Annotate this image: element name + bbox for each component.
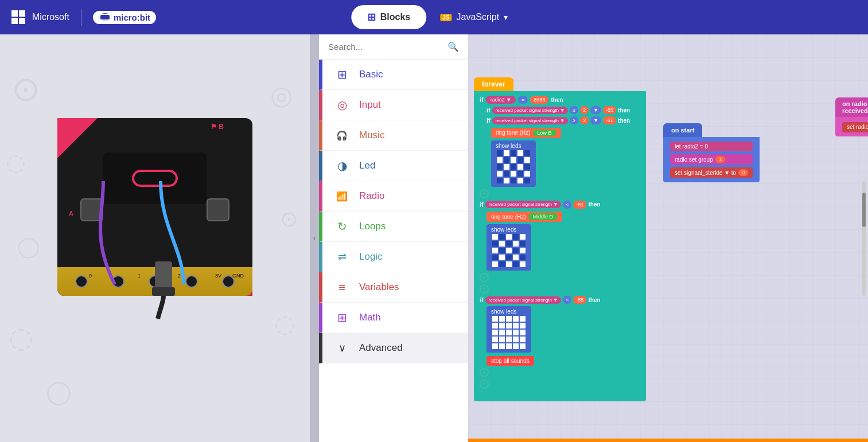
- led-cell: [517, 171, 523, 177]
- bg-icon-7: ◌: [274, 310, 295, 338]
- sidebar-item-loops[interactable]: ↻ Loops: [319, 212, 468, 242]
- led-cell: [497, 157, 503, 163]
- received-packet-pill-1[interactable]: received packet signal strength ▼: [492, 107, 568, 114]
- set-radio2-block[interactable]: set radio2 ▼ to value: [842, 122, 868, 132]
- bg-icon-5: ◎: [270, 80, 293, 111]
- sidebar-item-variables[interactable]: ≡ Variables: [319, 272, 468, 303]
- bg-icon-2: ◌: [6, 149, 26, 175]
- svg-rect-0: [155, 261, 172, 290]
- loops-label: Loops: [359, 221, 386, 232]
- stop-all-sounds-block[interactable]: stop all sounds: [486, 356, 534, 366]
- sidebar-item-led[interactable]: ◑ Led: [319, 151, 468, 181]
- plus-button-5[interactable]: +: [480, 380, 489, 389]
- let-block[interactable]: let radio2 = 0: [670, 142, 753, 151]
- val-2[interactable]: 2: [580, 106, 589, 114]
- if-row-2: if received packet signal strength ▼ ≥ 2…: [480, 105, 640, 115]
- lt-op-2[interactable]: <: [563, 296, 571, 304]
- eq-op[interactable]: =: [518, 96, 528, 104]
- led-cell: [504, 171, 509, 177]
- sidebar-item-math[interactable]: ⊞ Math: [319, 303, 468, 333]
- variables-label: Variables: [359, 281, 399, 293]
- led-cell: [497, 178, 503, 183]
- then-4: then: [588, 201, 600, 208]
- main-container: ⊙ ◌ ◯ ◌ ◎ ⊙ ◌ ◯ ⚑ B A: [0, 34, 868, 442]
- received-packet-pill-3[interactable]: received packet signal strength ▼: [485, 201, 561, 208]
- sidebar-item-advanced[interactable]: ∨ Advanced: [319, 333, 468, 363]
- show-leds-block-3[interactable]: show leds: [486, 306, 531, 353]
- plus-button-2[interactable]: +: [480, 273, 489, 282]
- gt-op-2[interactable]: ▼: [590, 116, 601, 124]
- led-cell: [513, 330, 519, 335]
- gte-op[interactable]: ≥: [570, 106, 578, 114]
- js-badge: JS: [440, 14, 451, 21]
- on-radio-received-body: set radio2 ▼ to value: [835, 117, 868, 136]
- low-b-val[interactable]: Low B: [533, 130, 556, 136]
- received-packet-pill-4[interactable]: received packet signal strength ▼: [485, 296, 561, 304]
- sidebar-item-radio[interactable]: 📶 Radio: [319, 181, 468, 212]
- show-leds-block-1[interactable]: show leds: [491, 140, 536, 187]
- led-cell: [492, 241, 498, 247]
- microbit-text: micro:bit: [114, 13, 150, 22]
- received-packet-pill-2[interactable]: received packet signal strength ▼: [492, 117, 568, 124]
- search-input[interactable]: [328, 42, 443, 52]
- plus-button-3[interactable]: +: [480, 284, 489, 294]
- led-cell: [506, 255, 512, 260]
- led-cell: [504, 164, 509, 170]
- ring-tone-block-2[interactable]: ring tone (Hz) Middle D: [486, 212, 562, 222]
- bg-icon-6: ⊙: [280, 206, 298, 232]
- gt-op[interactable]: ▼: [590, 106, 601, 114]
- javascript-button[interactable]: JS JavaScript ▾: [431, 6, 517, 28]
- led-cell: [497, 171, 503, 177]
- group-num[interactable]: 1: [715, 156, 725, 163]
- radio2-pill[interactable]: radio2 ▼: [486, 96, 516, 104]
- val-neg51[interactable]: -51: [603, 116, 616, 124]
- on-radio-received-label: on radio received: [842, 100, 868, 114]
- logic-label: Logic: [359, 251, 383, 263]
- middle-d-val[interactable]: Middle D: [528, 213, 558, 220]
- led-cell: [506, 248, 512, 253]
- led-cell: [511, 178, 516, 183]
- bg-icon-3: ◯: [17, 235, 40, 258]
- signaal-val[interactable]: 0: [738, 169, 748, 176]
- sidebar-item-music[interactable]: 🎧 Music: [319, 120, 468, 151]
- val-neg51b[interactable]: -51: [573, 201, 586, 209]
- show-leds-block-2[interactable]: show leds: [486, 224, 531, 271]
- set-signaal-block[interactable]: set signaal_sterkte ▼ to 0: [670, 167, 753, 178]
- val-8888[interactable]: 8888: [530, 96, 548, 104]
- advanced-icon: ∨: [334, 340, 350, 356]
- plus-button-1[interactable]: +: [480, 189, 489, 198]
- forever-header-block[interactable]: forever: [474, 77, 513, 91]
- forever-block-container: forever if radio2 ▼ = 8888 then if recei…: [474, 77, 646, 401]
- let-label: let radio2 = 0: [675, 143, 708, 150]
- led-cell: [506, 323, 512, 328]
- plus-row-5: +: [480, 378, 640, 390]
- val-neg55-1[interactable]: -55: [603, 106, 616, 114]
- trailing-bar: [480, 390, 608, 396]
- workspace: forever if radio2 ▼ = 8888 then if recei…: [468, 34, 868, 442]
- ring-tone-block-1[interactable]: ring tone (Hz) Low B: [491, 128, 561, 138]
- led-label: Led: [359, 160, 375, 171]
- led-cell: [511, 157, 516, 163]
- then-1: then: [551, 97, 563, 103]
- gte-op-2[interactable]: ≥: [570, 116, 578, 124]
- collapse-button[interactable]: ‹: [310, 34, 319, 442]
- search-bar: 🔍: [319, 34, 468, 60]
- led-cell: [506, 241, 512, 247]
- on-radio-received-header[interactable]: on radio received name value: [835, 97, 868, 117]
- blocks-button[interactable]: ⊞ Blocks: [351, 5, 426, 29]
- on-start-header[interactable]: on start: [663, 123, 702, 137]
- chevron-down-icon: ▾: [504, 13, 508, 22]
- workspace-scrollbar[interactable]: [862, 181, 866, 296]
- val-neg55b[interactable]: -55: [573, 296, 586, 304]
- sidebar-item-input[interactable]: ◎ Input: [319, 90, 468, 120]
- radio-set-group-block[interactable]: radio set group 1: [670, 154, 753, 165]
- plus-button-4[interactable]: +: [480, 368, 489, 377]
- search-icon[interactable]: 🔍: [447, 41, 459, 52]
- lt-op[interactable]: <: [563, 201, 571, 209]
- sidebar-item-logic[interactable]: ⇌ Logic: [319, 242, 468, 272]
- sidebar-item-basic[interactable]: ⊞ Basic: [319, 60, 468, 90]
- workspace-scrollbar-thumb[interactable]: [862, 193, 866, 227]
- led-cell: [492, 234, 498, 240]
- val-2b[interactable]: 2: [580, 116, 589, 124]
- stop-sounds-row: stop all sounds: [480, 354, 640, 367]
